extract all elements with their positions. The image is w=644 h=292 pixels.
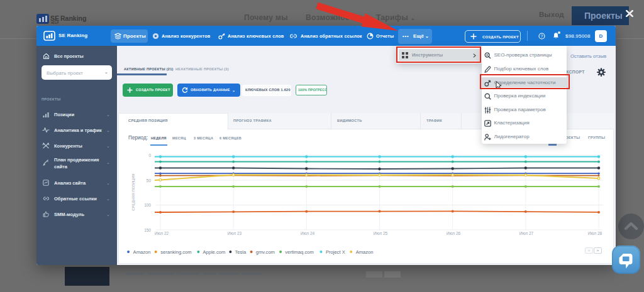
svg-text:vertimaq.com: vertimaq.com [285, 249, 314, 255]
svg-text:?: ? [541, 34, 543, 38]
svg-text:seranking.com: seranking.com [160, 249, 191, 255]
svg-text:Tesla: Tesla [235, 249, 247, 255]
svg-text:Amazon: Amazon [356, 249, 374, 255]
svg-text:Apple.com: Apple.com [203, 249, 225, 255]
svg-text:Июл 24: Июл 24 [301, 231, 315, 235]
svg-text:Июл 27: Июл 27 [519, 231, 534, 235]
svg-text:0: 0 [148, 153, 151, 158]
svg-text:Июл 23: Июл 23 [228, 231, 242, 235]
svg-text:Июл 26: Июл 26 [447, 231, 461, 235]
svg-text:150: 150 [144, 228, 151, 232]
svg-text:Июл 28: Июл 28 [588, 231, 602, 235]
svg-text:Июл 25: Июл 25 [374, 231, 388, 235]
svg-text:СРЕДНЯЯ ПОЗИЦИЯ: СРЕДНЯЯ ПОЗИЦИЯ [131, 174, 135, 211]
svg-text:Project X: Project X [326, 249, 345, 255]
svg-text:50: 50 [147, 178, 152, 183]
svg-text:Amazon: Amazon [133, 249, 151, 255]
svg-text:Июл 22: Июл 22 [155, 231, 169, 235]
svg-text:gmv.com: gmv.com [256, 249, 275, 255]
svg-text:100: 100 [144, 203, 151, 207]
